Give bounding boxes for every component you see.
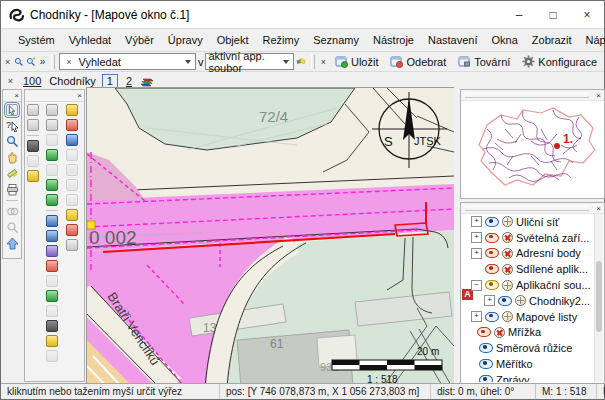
close-button[interactable]: × <box>570 1 604 28</box>
collapse-icon[interactable]: − <box>471 280 482 291</box>
expand-icon[interactable]: + <box>484 295 495 306</box>
tree-item-mrizka[interactable]: Mřížka <box>463 325 594 341</box>
overview-close-icon[interactable]: × <box>593 91 604 100</box>
tabbar-close-icon[interactable]: × <box>4 75 17 88</box>
menu-objekt[interactable]: Objekt <box>210 31 256 49</box>
database-tool[interactable] <box>46 194 58 206</box>
maximize-button[interactable]: □ <box>536 1 570 28</box>
print-tool[interactable] <box>6 183 19 196</box>
layer-compass-off-icon[interactable] <box>494 327 505 338</box>
node-pair-tool-disabled[interactable] <box>46 134 58 146</box>
visibility-eye-icon[interactable] <box>498 296 512 306</box>
tree-item-sdilene[interactable]: Sdílené aplik... <box>463 261 594 277</box>
previous-view-tool[interactable] <box>6 237 19 250</box>
pan-hand-tool[interactable] <box>6 151 19 164</box>
remove-button[interactable]: Odebrat <box>385 54 451 70</box>
save-button[interactable]: Uložit <box>330 54 384 70</box>
trash-tool[interactable] <box>66 239 78 251</box>
layer-compass-off-icon[interactable] <box>502 232 513 243</box>
tree-item-chodniky2[interactable]: + Chodniky2... <box>463 293 594 309</box>
tree-item-ulicni-sit[interactable]: + Uliční síť <box>463 214 594 230</box>
expand-icon[interactable]: + <box>471 248 482 259</box>
tree-item-mapove-listy[interactable]: + Mapové listy <box>463 309 594 325</box>
visibility-eye-icon[interactable] <box>485 217 499 227</box>
layer-compass-icon[interactable] <box>502 280 513 291</box>
map-canvas[interactable]: 72/4 132 61 <box>86 87 454 384</box>
menu-rezimy[interactable]: Režimy <box>255 31 306 49</box>
config-toolbar-close-icon[interactable]: × <box>319 55 328 68</box>
search-combo[interactable]: × Vyhledat <box>59 53 195 70</box>
expand-icon[interactable]: + <box>471 311 482 322</box>
overlap-tool-disabled[interactable] <box>6 205 19 218</box>
flashlight-icon[interactable] <box>296 55 307 69</box>
toolbar-overflow-icon[interactable]: » <box>38 56 48 67</box>
spray-tool[interactable] <box>27 170 39 182</box>
tree-item-aplikacni[interactable]: − Aplikační sou... <box>463 277 594 293</box>
search-scope-combo[interactable]: aktivní app. soubor <box>205 53 294 70</box>
zoom-icon[interactable] <box>14 55 24 69</box>
help-select-tool[interactable]: ? <box>6 119 19 132</box>
tree-item-zpravy[interactable]: Zprávy <box>463 372 594 382</box>
tree-close-icon[interactable]: × <box>593 204 604 213</box>
bring-forward-tool[interactable] <box>27 104 39 116</box>
visibility-eye-off-icon[interactable] <box>477 327 491 337</box>
select-toolbar-close-icon[interactable]: × <box>12 91 21 100</box>
visibility-eye-icon[interactable] <box>479 359 493 369</box>
chevron-down-icon[interactable] <box>185 60 191 64</box>
note-tool[interactable] <box>66 209 78 221</box>
menu-nastaveni[interactable]: Nastavení <box>421 31 485 49</box>
tree-item-svetelna[interactable]: + Světelná zaří... <box>463 230 594 246</box>
visibility-eye-icon[interactable] <box>479 343 493 353</box>
zoom-plus-icon[interactable] <box>26 55 36 69</box>
visibility-eye-off-icon[interactable] <box>485 264 499 274</box>
cube-tool-disabled[interactable] <box>46 305 58 317</box>
node-grid-tool[interactable] <box>46 104 58 116</box>
swirl-tool-disabled[interactable] <box>46 164 58 176</box>
zoom-settings-tool-disabled[interactable] <box>6 221 19 234</box>
edit-toolbar-close-icon[interactable]: × <box>75 91 84 100</box>
zoom-toolbar-close-icon[interactable]: × <box>3 55 12 68</box>
visibility-eye-icon[interactable] <box>485 312 499 322</box>
cube-colors-tool[interactable] <box>46 320 58 332</box>
tree-item-adresni-body[interactable]: + Adresní body <box>463 246 594 262</box>
menu-vyhledat[interactable]: Vyhledat <box>62 31 118 49</box>
copy-page-tool-disabled[interactable] <box>46 275 58 287</box>
list-tool[interactable] <box>46 230 58 242</box>
menu-nastroje[interactable]: Nástroje <box>366 31 421 49</box>
eyedropper-tool[interactable] <box>66 119 78 131</box>
layer-compass-icon[interactable] <box>502 311 513 322</box>
mask-tool[interactable] <box>46 149 58 161</box>
minimize-button[interactable]: – <box>502 1 536 28</box>
layer-compass-off-icon[interactable] <box>502 248 513 259</box>
dashed-lines-tool-disabled[interactable] <box>66 149 78 161</box>
lightning-tool[interactable] <box>66 224 78 236</box>
candle-tool[interactable] <box>66 104 78 116</box>
table-tool[interactable] <box>46 179 58 191</box>
scrollbar-thumb[interactable] <box>596 261 602 332</box>
panel-grip[interactable] <box>465 93 589 98</box>
menu-okna[interactable]: Okna <box>485 31 525 49</box>
configuration-button[interactable]: Konfigurace <box>517 53 602 70</box>
tab-page-2[interactable]: 2 <box>122 75 136 87</box>
chevron-down-icon[interactable] <box>283 60 289 64</box>
menu-zobrazit[interactable]: Zobrazit <box>525 31 579 49</box>
move-tool-disabled[interactable] <box>66 179 78 191</box>
delete-page-tool[interactable] <box>46 260 58 272</box>
measure-tool[interactable] <box>6 167 19 180</box>
factory-button[interactable]: Tovární <box>453 54 515 70</box>
panel-grip[interactable] <box>465 206 589 211</box>
visibility-eye-off-icon[interactable] <box>485 233 499 243</box>
overview-map[interactable]: 1. <box>461 101 604 196</box>
unlock-tool-disabled[interactable] <box>46 350 58 362</box>
layers-icon[interactable] <box>140 76 156 87</box>
lock-tool[interactable] <box>46 335 58 347</box>
stack-tool-disabled[interactable] <box>66 194 78 206</box>
select-cursor-tool[interactable] <box>6 104 18 116</box>
tree-item-smerova-ruzice[interactable]: Směrová růžice <box>463 340 594 356</box>
tree-item-meritko[interactable]: Měřítko <box>463 356 594 372</box>
visibility-eye-off-icon[interactable] <box>485 248 499 258</box>
layer-compass-icon[interactable] <box>502 216 513 227</box>
rotate-tool-disabled[interactable] <box>66 164 78 176</box>
send-backward-tool[interactable] <box>27 119 39 131</box>
layer-compass-off-icon[interactable] <box>502 264 513 275</box>
